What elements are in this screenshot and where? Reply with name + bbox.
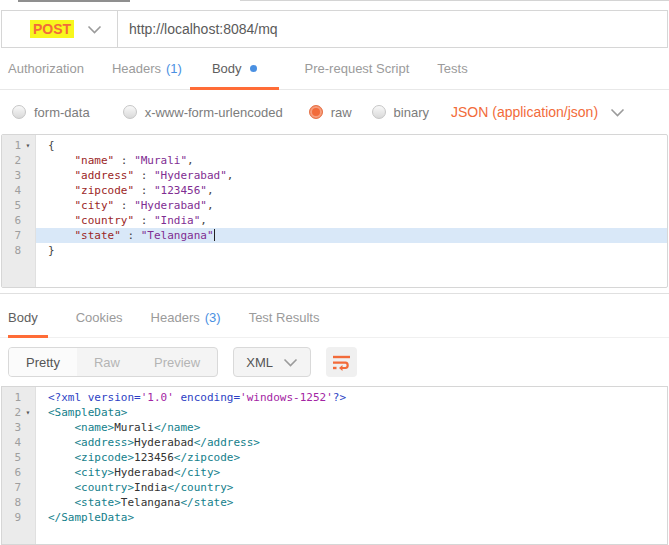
line-number: 6 [2, 213, 21, 228]
body-modified-dot [250, 65, 257, 72]
method-label[interactable]: POST [30, 20, 74, 38]
body-type-row: form-data x-www-form-urlencoded raw bina… [0, 90, 669, 134]
request-body-editor[interactable]: 1▾2345678 { "name" : "Murali", "address"… [1, 134, 668, 288]
tab-test-results[interactable]: Test Results [249, 298, 320, 337]
fold-caret-empty [21, 183, 35, 198]
radio-circle[interactable] [372, 105, 386, 119]
tab-authorization[interactable]: Authorization [8, 48, 84, 89]
code-line[interactable]: } [36, 243, 667, 258]
line-number: 6 [2, 465, 21, 480]
wrap-text-icon [332, 354, 351, 371]
view-pretty-button[interactable]: Pretty [9, 348, 77, 376]
line-number: 8 [2, 243, 21, 258]
tab-pre-request-script[interactable]: Pre-request Script [305, 48, 410, 89]
line-number: 3 [2, 420, 21, 435]
line-number: 9 [2, 510, 21, 525]
response-editor-gutter: 12▾3456789 [2, 387, 36, 544]
fold-caret-empty [21, 420, 35, 435]
tab-strip-remnant-light [240, 0, 669, 1]
radio-form-data[interactable]: form-data [12, 105, 90, 120]
fold-caret-empty [21, 228, 35, 243]
code-line[interactable]: <country>India</country> [36, 480, 667, 495]
code-line[interactable]: <zipcode>123456</zipcode> [36, 450, 667, 465]
response-tabs: Body Cookies Headers (3) Test Results [0, 298, 669, 338]
line-number: 5 [2, 198, 21, 213]
code-line[interactable]: "name" : "Murali", [36, 153, 667, 168]
line-number: 2 [2, 405, 21, 420]
response-toolbar: Pretty Raw Preview XML [0, 338, 669, 386]
tab-response-headers[interactable]: Headers (3) [151, 298, 221, 337]
tab-headers[interactable]: Headers (1) [112, 48, 182, 89]
chevron-down-icon [283, 358, 298, 367]
content-type-dropdown[interactable]: JSON (application/json) [451, 104, 625, 120]
fold-caret-empty [21, 480, 35, 495]
line-number: 1 [2, 390, 21, 405]
code-line[interactable]: "state" : "Telangana" [36, 228, 667, 243]
request-editor-code[interactable]: { "name" : "Murali", "address" : "Hydera… [36, 135, 667, 287]
radio-x-www-form-urlencoded[interactable]: x-www-form-urlencoded [123, 105, 283, 120]
tab-cookies[interactable]: Cookies [76, 298, 123, 337]
fold-caret-empty [21, 435, 35, 450]
window-top-edge [0, 0, 669, 10]
wrap-text-button[interactable] [326, 347, 357, 377]
url-text: http://localhost:8084/mq [129, 21, 278, 37]
fold-caret-empty [21, 213, 35, 228]
line-number: 8 [2, 495, 21, 510]
radio-circle-selected[interactable] [309, 105, 323, 119]
code-line[interactable]: <?xml version='1.0' encoding='windows-12… [36, 390, 667, 405]
url-input[interactable]: http://localhost:8084/mq [118, 11, 667, 47]
code-line[interactable]: "address" : "Hyderabad", [36, 168, 667, 183]
code-line[interactable]: <city>Hyderabad</city> [36, 465, 667, 480]
code-line[interactable]: <address>Hyderabad</address> [36, 435, 667, 450]
tab-strip-remnant-dark [18, 0, 130, 2]
headers-count-badge: (1) [166, 61, 182, 76]
code-line[interactable]: </SampleData> [36, 510, 667, 525]
code-line[interactable]: "city" : "Hyderabad", [36, 198, 667, 213]
code-line[interactable]: "country" : "India", [36, 213, 667, 228]
method-dropdown[interactable]: POST [2, 11, 118, 47]
radio-circle[interactable] [12, 105, 26, 119]
line-number: 7 [2, 228, 21, 243]
code-line[interactable]: <name>Murali</name> [36, 420, 667, 435]
fold-caret-empty [21, 243, 35, 258]
code-line[interactable]: <state>Telangana</state> [36, 495, 667, 510]
fold-caret-empty [21, 198, 35, 213]
response-language-dropdown[interactable]: XML [233, 347, 311, 377]
radio-raw[interactable]: raw [309, 105, 352, 120]
fold-caret-empty [21, 168, 35, 183]
response-body-editor[interactable]: 12▾3456789 <?xml version='1.0' encoding=… [1, 386, 668, 545]
code-line[interactable]: { [36, 138, 667, 153]
chevron-down-icon [87, 25, 102, 34]
code-line[interactable]: <SampleData> [36, 405, 667, 420]
fold-caret-icon[interactable]: ▾ [21, 138, 35, 153]
line-number: 7 [2, 480, 21, 495]
request-editor-gutter: 1▾2345678 [2, 135, 36, 287]
code-line[interactable]: "zipcode" : "123456", [36, 183, 667, 198]
request-tabs: Authorization Headers (1) Body Pre-reque… [0, 48, 669, 90]
fold-caret-empty [21, 153, 35, 168]
request-url-bar: POST http://localhost:8084/mq [1, 10, 668, 48]
fold-caret-empty [21, 450, 35, 465]
line-number: 5 [2, 450, 21, 465]
tab-response-body[interactable]: Body [8, 298, 48, 337]
radio-circle[interactable] [123, 105, 137, 119]
response-headers-count-badge: (3) [205, 310, 221, 325]
fold-caret-icon[interactable]: ▾ [21, 405, 35, 420]
line-number: 4 [2, 435, 21, 450]
text-cursor [214, 229, 215, 241]
line-number: 3 [2, 168, 21, 183]
line-number: 4 [2, 183, 21, 198]
tab-body[interactable]: Body [190, 48, 279, 89]
view-preview-button[interactable]: Preview [137, 348, 217, 376]
fold-caret-empty [21, 495, 35, 510]
fold-caret-empty [21, 510, 35, 525]
response-editor-code[interactable]: <?xml version='1.0' encoding='windows-12… [36, 387, 667, 544]
radio-binary[interactable]: binary [372, 105, 429, 120]
tab-tests[interactable]: Tests [437, 48, 467, 89]
response-view-group: Pretty Raw Preview [8, 347, 218, 377]
line-number: 2 [2, 153, 21, 168]
view-raw-button[interactable]: Raw [77, 348, 137, 376]
fold-caret-empty [21, 465, 35, 480]
request-response-splitter[interactable] [0, 288, 669, 298]
fold-caret-empty [21, 390, 35, 405]
